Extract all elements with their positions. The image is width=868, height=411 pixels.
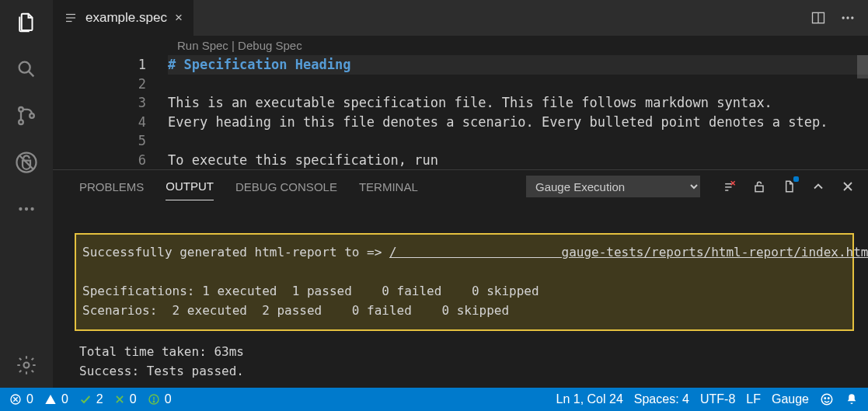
- more-icon[interactable]: [15, 197, 38, 221]
- svg-point-0: [19, 62, 30, 73]
- svg-point-8: [25, 207, 28, 211]
- more-actions-icon[interactable]: [840, 10, 856, 26]
- tab-example-spec[interactable]: example.spec ×: [53, 0, 194, 36]
- status-tests-passed[interactable]: 2: [79, 392, 103, 406]
- split-editor-icon[interactable]: [810, 10, 826, 26]
- code-content[interactable]: # Specification Heading This is an execu…: [168, 55, 868, 169]
- codelens-debug[interactable]: Debug Spec: [238, 39, 302, 52]
- status-bell-icon[interactable]: [845, 392, 859, 406]
- svg-point-3: [19, 120, 23, 124]
- output-channel-select[interactable]: Gauge Execution: [526, 176, 700, 197]
- status-encoding[interactable]: UTF-8: [700, 392, 735, 406]
- svg-point-4: [30, 113, 34, 118]
- svg-point-16: [842, 16, 845, 19]
- highlighted-output: Successfully generated html-report to =>…: [75, 233, 854, 331]
- editor-scrollbar-thumb[interactable]: [857, 55, 868, 78]
- status-bar: 0 0 2 0 0 Ln 1, Col 24 Spaces: 4 UTF-8 L…: [0, 388, 868, 411]
- status-errors[interactable]: 0: [9, 392, 33, 406]
- tab-title: example.spec: [85, 10, 167, 26]
- svg-point-17: [846, 16, 849, 19]
- settings-gear-icon[interactable]: [15, 354, 38, 377]
- report-path-link[interactable]: / gauge-tests/reports/html-report/index.…: [389, 245, 868, 259]
- tab-output[interactable]: OUTPUT: [166, 172, 214, 200]
- activity-bar: [0, 0, 53, 388]
- svg-point-36: [824, 398, 826, 399]
- status-tests-failed[interactable]: 0: [114, 392, 137, 406]
- svg-point-37: [828, 398, 830, 399]
- status-language-mode[interactable]: Gauge: [772, 392, 809, 406]
- close-panel-icon[interactable]: [840, 179, 856, 194]
- close-icon[interactable]: ×: [175, 10, 183, 26]
- line-number-gutter: 123456: [53, 55, 168, 169]
- status-circle-count[interactable]: 0: [148, 392, 172, 406]
- svg-point-9: [30, 207, 33, 211]
- svg-point-2: [19, 107, 23, 112]
- codelens-run[interactable]: Run Spec: [177, 39, 228, 52]
- tab-problems[interactable]: PROBLEMS: [79, 173, 144, 200]
- svg-rect-24: [755, 186, 763, 192]
- status-cursor-position[interactable]: Ln 1, Col 24: [556, 392, 623, 406]
- clear-output-icon[interactable]: [722, 179, 737, 194]
- file-icon: [64, 11, 78, 25]
- status-eol[interactable]: LF: [746, 392, 761, 406]
- chevron-up-icon[interactable]: [810, 179, 826, 194]
- svg-point-35: [821, 394, 832, 405]
- svg-point-34: [153, 401, 154, 402]
- tab-terminal[interactable]: TERMINAL: [359, 173, 418, 200]
- source-control-icon[interactable]: [15, 104, 38, 127]
- debug-disabled-icon[interactable]: [15, 151, 38, 174]
- status-indentation[interactable]: Spaces: 4: [634, 392, 689, 406]
- explorer-icon[interactable]: [15, 11, 38, 34]
- search-icon[interactable]: [15, 57, 38, 81]
- code-editor[interactable]: 123456 # Specification Heading This is a…: [53, 55, 868, 169]
- svg-line-1: [29, 71, 33, 76]
- bottom-panel: PROBLEMS OUTPUT DEBUG CONSOLE TERMINAL G…: [53, 169, 868, 388]
- lock-scroll-icon[interactable]: [751, 179, 767, 194]
- codelens-row: Run Spec | Debug Spec: [53, 36, 868, 55]
- tab-debug-console[interactable]: DEBUG CONSOLE: [235, 173, 337, 200]
- status-warnings[interactable]: 0: [44, 392, 68, 406]
- svg-point-10: [24, 363, 30, 368]
- status-feedback-icon[interactable]: [820, 392, 834, 406]
- svg-point-18: [851, 16, 853, 19]
- svg-point-7: [19, 207, 22, 211]
- open-file-icon[interactable]: [781, 179, 797, 194]
- output-body[interactable]: Successfully generated html-report to =>…: [53, 203, 868, 388]
- editor-tabs: example.spec ×: [53, 0, 868, 36]
